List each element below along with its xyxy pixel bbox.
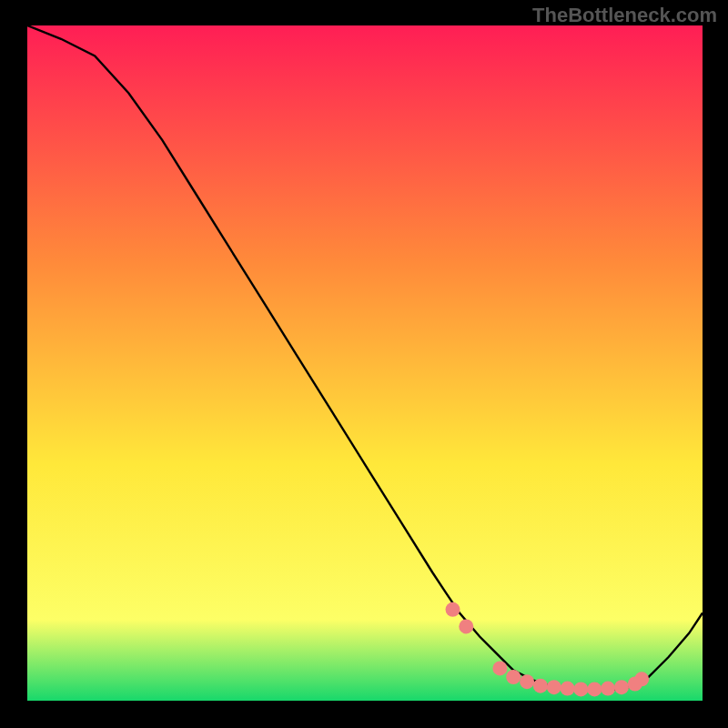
data-marker xyxy=(446,602,460,617)
data-marker xyxy=(547,680,561,694)
data-marker xyxy=(614,680,629,694)
chart-svg xyxy=(27,25,703,701)
data-marker xyxy=(573,682,588,696)
data-marker xyxy=(506,670,521,684)
data-marker xyxy=(459,619,473,633)
data-marker xyxy=(634,672,649,686)
chart-background xyxy=(27,25,703,701)
data-marker xyxy=(533,679,548,693)
chart-plot-area xyxy=(27,25,703,701)
data-marker xyxy=(561,682,575,696)
data-marker xyxy=(601,682,615,696)
data-marker xyxy=(492,661,507,675)
data-marker xyxy=(587,682,602,696)
data-marker xyxy=(520,674,534,689)
watermark-label: TheBottleneck.com xyxy=(532,4,717,27)
